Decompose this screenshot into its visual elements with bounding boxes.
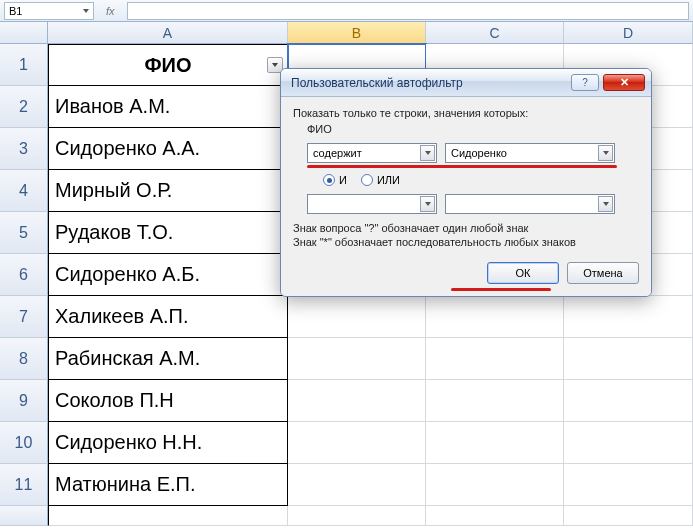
cell-D11[interactable]	[564, 464, 693, 506]
table-row: 9 Соколов П.Н	[0, 380, 693, 422]
cell-A11[interactable]: Матюнина Е.П.	[48, 464, 288, 506]
cell-C8[interactable]	[426, 338, 564, 380]
button-label: ОК	[516, 267, 531, 279]
close-icon: ✕	[620, 76, 629, 89]
logic-radio-group: И ИЛИ	[323, 174, 639, 186]
fx-label[interactable]: fx	[100, 5, 121, 17]
dialog-prompt: Показать только те строки, значения кото…	[293, 107, 639, 119]
formula-input[interactable]	[127, 2, 689, 20]
cell-value: Рудаков Т.О.	[55, 221, 173, 244]
radio-and[interactable]: И	[323, 174, 347, 186]
column-title: ФИО	[144, 54, 191, 77]
filter-condition-1: содержит Сидоренко	[307, 143, 639, 163]
cell-A6[interactable]: Сидоренко А.Б.	[48, 254, 288, 296]
radio-or[interactable]: ИЛИ	[361, 174, 400, 186]
cell[interactable]	[48, 506, 288, 526]
cell-B10[interactable]	[288, 422, 426, 464]
help-button[interactable]: ?	[571, 74, 599, 91]
hint-asterisk: Знак "*" обозначает последовательность л…	[293, 236, 639, 248]
cell-value: Сидоренко А.А.	[55, 137, 200, 160]
custom-autofilter-dialog: Пользовательский автофильтр ? ✕ Показать…	[280, 68, 652, 297]
condition1-value-combo[interactable]: Сидоренко	[445, 143, 615, 163]
row-header[interactable]: 8	[0, 338, 48, 380]
table-row: 11 Матюнина Е.П.	[0, 464, 693, 506]
table-row: 7 Халикеев А.П.	[0, 296, 693, 338]
row-header[interactable]: 4	[0, 170, 48, 212]
row-header[interactable]: 2	[0, 86, 48, 128]
chevron-down-icon	[83, 9, 89, 13]
cell-value: Мирный О.Р.	[55, 179, 172, 202]
cell-B9[interactable]	[288, 380, 426, 422]
row-header[interactable]: 1	[0, 44, 48, 86]
cell-C9[interactable]	[426, 380, 564, 422]
condition2-operator-combo[interactable]	[307, 194, 437, 214]
condition2-value-combo[interactable]	[445, 194, 615, 214]
combo-value: содержит	[313, 147, 362, 159]
cell[interactable]	[426, 506, 564, 526]
name-box[interactable]: B1	[4, 2, 94, 20]
column-header-B[interactable]: B	[288, 22, 426, 44]
cell-A7[interactable]: Халикеев А.П.	[48, 296, 288, 338]
column-header-D[interactable]: D	[564, 22, 693, 44]
cell-A8[interactable]: Рабинская А.М.	[48, 338, 288, 380]
cell-D10[interactable]	[564, 422, 693, 464]
row-header[interactable]: 6	[0, 254, 48, 296]
table-row	[0, 506, 693, 526]
highlight-underline	[307, 165, 617, 168]
row-header[interactable]: 5	[0, 212, 48, 254]
table-row: 8 Рабинская А.М.	[0, 338, 693, 380]
chevron-down-icon	[420, 145, 435, 161]
cell-D9[interactable]	[564, 380, 693, 422]
select-all-corner[interactable]	[0, 22, 48, 44]
help-icon: ?	[582, 77, 588, 88]
cell-value: Иванов А.М.	[55, 95, 170, 118]
cell-A2[interactable]: Иванов А.М.	[48, 86, 288, 128]
dialog-titlebar[interactable]: Пользовательский автофильтр ? ✕	[281, 69, 651, 97]
cell-A1[interactable]: ФИО	[48, 44, 288, 86]
formula-bar: B1 fx	[0, 0, 693, 22]
cell-B7[interactable]	[288, 296, 426, 338]
radio-icon	[323, 174, 335, 186]
column-headers: A B C D	[0, 22, 693, 44]
cell-value: Халикеев А.П.	[55, 305, 189, 328]
row-header[interactable]: 7	[0, 296, 48, 338]
table-row: 10 Сидоренко Н.Н.	[0, 422, 693, 464]
cell-D8[interactable]	[564, 338, 693, 380]
chevron-down-icon	[598, 196, 613, 212]
chevron-down-icon	[420, 196, 435, 212]
cell-value: Рабинская А.М.	[55, 347, 200, 370]
condition1-operator-combo[interactable]: содержит	[307, 143, 437, 163]
close-button[interactable]: ✕	[603, 74, 645, 91]
cell-C10[interactable]	[426, 422, 564, 464]
cell-value: Сидоренко А.Б.	[55, 263, 200, 286]
cell-C7[interactable]	[426, 296, 564, 338]
cell[interactable]	[288, 506, 426, 526]
chevron-down-icon	[598, 145, 613, 161]
cancel-button[interactable]: Отмена	[567, 262, 639, 284]
row-header[interactable]: 3	[0, 128, 48, 170]
cell-A10[interactable]: Сидоренко Н.Н.	[48, 422, 288, 464]
row-header[interactable]	[0, 506, 48, 526]
column-header-A[interactable]: A	[48, 22, 288, 44]
row-header[interactable]: 9	[0, 380, 48, 422]
cell-A4[interactable]: Мирный О.Р.	[48, 170, 288, 212]
column-header-C[interactable]: C	[426, 22, 564, 44]
highlight-underline	[451, 288, 551, 291]
cell-B11[interactable]	[288, 464, 426, 506]
radio-label: ИЛИ	[377, 174, 400, 186]
cell-B8[interactable]	[288, 338, 426, 380]
row-header[interactable]: 10	[0, 422, 48, 464]
button-label: Отмена	[583, 267, 622, 279]
dialog-buttons: ОК Отмена	[293, 262, 639, 284]
row-header[interactable]: 11	[0, 464, 48, 506]
cell[interactable]	[564, 506, 693, 526]
cell-C11[interactable]	[426, 464, 564, 506]
dialog-field-name: ФИО	[307, 123, 639, 135]
cell-A5[interactable]: Рудаков Т.О.	[48, 212, 288, 254]
ok-button[interactable]: ОК	[487, 262, 559, 284]
cell-A3[interactable]: Сидоренко А.А.	[48, 128, 288, 170]
radio-icon	[361, 174, 373, 186]
cell-D7[interactable]	[564, 296, 693, 338]
cell-A9[interactable]: Соколов П.Н	[48, 380, 288, 422]
hint-question-mark: Знак вопроса "?" обозначает один любой з…	[293, 222, 639, 234]
